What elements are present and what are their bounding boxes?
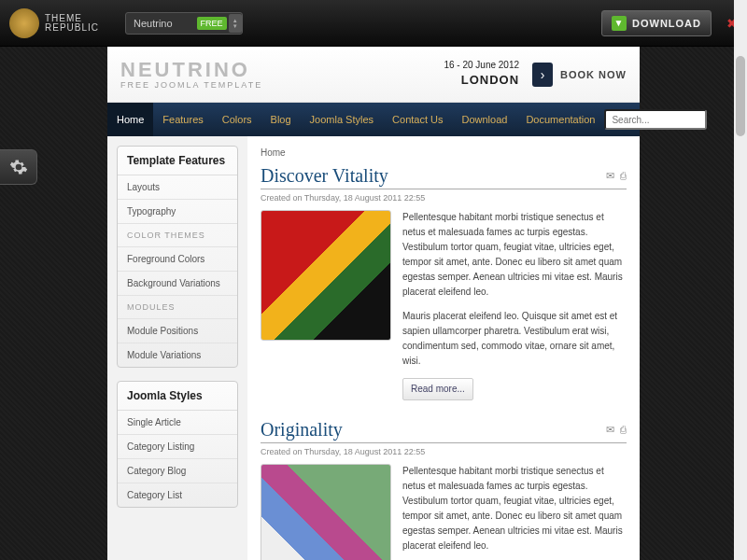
print-icon[interactable]: ⎙ — [620, 424, 627, 436]
search-input[interactable] — [604, 109, 707, 130]
article-paragraph: Pellentesque habitant morbi tristique se… — [402, 464, 627, 553]
article-title[interactable]: Discover Vitality — [261, 165, 388, 187]
article-2: Originality ✉ ⎙ Created on Thursday, 18 … — [261, 419, 627, 560]
site-subtitle: FREE JOOMLA TEMPLATE — [120, 80, 262, 90]
nav-contact[interactable]: Contact Us — [383, 103, 452, 136]
download-icon: ▼ — [612, 16, 627, 31]
nav-documentation[interactable]: Documentation — [516, 103, 604, 136]
event-dates: 16 - 20 June 2012 — [444, 59, 519, 72]
site-header: NEUTRINO FREE JOOMLA TEMPLATE 16 - 20 Ju… — [107, 47, 640, 103]
box2-title: Joomla Styles — [118, 382, 237, 411]
main-content: Home Discover Vitality ✉ ⎙ Created on Th… — [247, 136, 640, 560]
sidebar-item[interactable]: Single Article — [118, 411, 237, 435]
chevron-right-icon: › — [532, 63, 553, 87]
article-paragraph: Pellentesque habitant morbi tristique se… — [402, 210, 627, 300]
free-badge: FREE — [197, 17, 227, 30]
email-icon[interactable]: ✉ — [606, 424, 614, 436]
breadcrumb[interactable]: Home — [261, 147, 627, 158]
brand-line2: REPUBLIC — [45, 23, 99, 33]
download-button[interactable]: ▼ DOWNLOAD — [601, 10, 712, 36]
article-1: Discover Vitality ✉ ⎙ Created on Thursda… — [261, 165, 627, 400]
download-label: DOWNLOAD — [632, 18, 701, 29]
site-title: NEUTRINO — [120, 60, 262, 80]
sidebar-item[interactable]: Category List — [118, 483, 237, 507]
article-image — [261, 210, 391, 341]
brand-logo[interactable]: THEME REPUBLIC — [9, 8, 99, 38]
sidebar-item[interactable]: Layouts — [118, 175, 237, 200]
sidebar-item[interactable]: Typography — [118, 200, 237, 224]
nav-home[interactable]: Home — [107, 103, 153, 136]
page-container: NEUTRINO FREE JOOMLA TEMPLATE 16 - 20 Ju… — [107, 47, 640, 560]
article-image — [261, 464, 391, 560]
joomla-styles-box: Joomla Styles Single Article Category Li… — [117, 381, 238, 508]
sidebar-header: MODULES — [118, 296, 237, 319]
updown-icon: ▲▼ — [229, 14, 242, 33]
nav-features[interactable]: Features — [153, 103, 212, 136]
sidebar-item[interactable]: Module Variations — [118, 343, 237, 367]
sidebar-item[interactable]: Background Variations — [118, 272, 237, 296]
sidebar-item[interactable]: Category Listing — [118, 435, 237, 459]
event-city: LONDON — [444, 72, 519, 89]
template-selector[interactable]: Neutrino FREE ▲▼ — [125, 12, 243, 35]
nav-joomla-styles[interactable]: Joomla Styles — [301, 103, 383, 136]
read-more-button[interactable]: Read more... — [402, 378, 473, 400]
book-now-button[interactable]: › BOOK NOW — [532, 63, 627, 87]
sidebar-item[interactable]: Module Positions — [118, 319, 237, 343]
scrollbar-thumb[interactable] — [736, 56, 745, 136]
article-meta: Created on Thursday, 18 August 2011 22:5… — [261, 193, 627, 203]
vertical-scrollbar[interactable] — [734, 0, 747, 560]
brand-line1: THEME — [45, 14, 99, 23]
template-name: Neutrino — [126, 18, 195, 29]
print-icon[interactable]: ⎙ — [620, 170, 627, 182]
template-features-box: Template Features Layouts Typography COL… — [117, 146, 238, 368]
sidebar-item[interactable]: Foreground Colors — [118, 247, 237, 272]
left-sidebar: Template Features Layouts Typography COL… — [107, 136, 247, 560]
box1-title: Template Features — [118, 147, 237, 175]
email-icon[interactable]: ✉ — [606, 170, 614, 182]
sidebar-item[interactable]: Category Blog — [118, 459, 237, 483]
event-info: 16 - 20 June 2012 LONDON — [444, 59, 519, 89]
gear-icon — [9, 158, 28, 176]
nav-download[interactable]: Download — [453, 103, 517, 136]
nav-colors[interactable]: Colors — [213, 103, 261, 136]
main-nav: Home Features Colors Blog Joomla Styles … — [107, 103, 640, 136]
settings-tab[interactable] — [0, 149, 37, 185]
sidebar-header: COLOR THEMES — [118, 224, 237, 247]
article-paragraph: Mauris placerat eleifend leo. Quisque si… — [402, 309, 627, 369]
nav-blog[interactable]: Blog — [261, 103, 301, 136]
article-title[interactable]: Originality — [261, 419, 343, 441]
article-meta: Created on Thursday, 18 August 2011 22:5… — [261, 447, 627, 456]
logo-badge-icon — [9, 8, 39, 38]
top-toolbar: THEME REPUBLIC Neutrino FREE ▲▼ ▼ DOWNLO… — [0, 0, 747, 47]
book-label: BOOK NOW — [560, 69, 627, 80]
